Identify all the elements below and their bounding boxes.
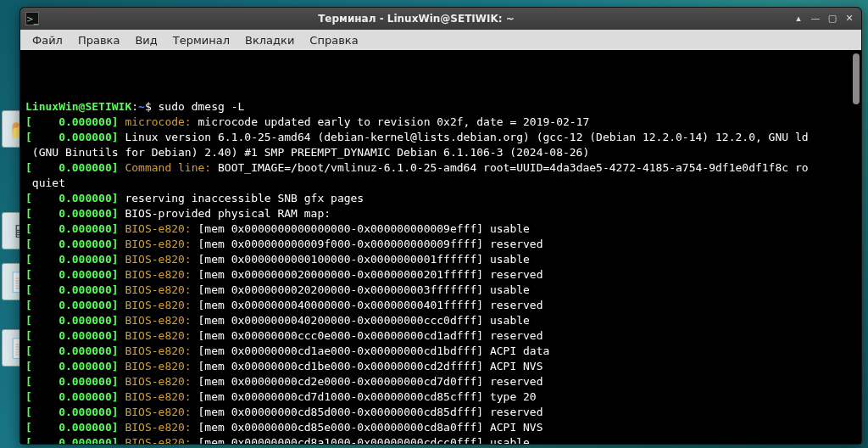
output-line: [ 0.000000] BIOS-e820: [mem 0x00000000cd… bbox=[25, 389, 856, 405]
menu-edit[interactable]: Правка bbox=[71, 32, 126, 48]
minimize-button[interactable]: — bbox=[809, 13, 822, 25]
scrollbar[interactable] bbox=[853, 53, 860, 104]
output-line: [ 0.000000] BIOS-e820: [mem 0x00000000cd… bbox=[25, 374, 856, 389]
terminal-window: >_ Терминал - LinuxWin@SETIWIK: ~ ▴ — ▢ … bbox=[19, 7, 862, 445]
output-line: [ 0.000000] BIOS-e820: [mem 0x00000000cd… bbox=[25, 405, 856, 420]
menu-tabs[interactable]: Вкладки bbox=[238, 32, 301, 48]
menu-help[interactable]: Справка bbox=[303, 32, 364, 48]
output-line: [ 0.000000] BIOS-provided physical RAM m… bbox=[25, 206, 856, 221]
output-line: [ 0.000000] BIOS-e820: [mem 0x0000000040… bbox=[25, 313, 856, 328]
terminal-icon: >_ bbox=[25, 12, 39, 25]
prompt-line: LinuxWin@SETIWIK:~$ sudo dmesg -L bbox=[25, 99, 856, 115]
output-line: [ 0.000000] BIOS-e820: [mem 0x00000000cc… bbox=[25, 328, 856, 344]
output-line: [ 0.000000] BIOS-e820: [mem 0x00000000cd… bbox=[25, 359, 856, 374]
output-line: [ 0.000000] BIOS-e820: [mem 0x00000000cd… bbox=[25, 435, 856, 444]
output-line: [ 0.000000] BIOS-e820: [mem 0x0000000000… bbox=[25, 221, 856, 237]
menu-file[interactable]: Файл bbox=[25, 32, 70, 48]
menu-view[interactable]: Вид bbox=[128, 32, 164, 48]
output-line: [ 0.000000] BIOS-e820: [mem 0x0000000000… bbox=[25, 252, 856, 267]
close-button[interactable]: ✕ bbox=[843, 13, 856, 25]
output-line: [ 0.000000] BIOS-e820: [mem 0x00000000cd… bbox=[25, 420, 856, 435]
rollup-button[interactable]: ▴ bbox=[792, 13, 805, 25]
terminal-output[interactable]: LinuxWin@SETIWIK:~$ sudo dmesg -L[ 0.000… bbox=[20, 50, 861, 444]
output-line: [ 0.000000] BIOS-e820: [mem 0x00000000cd… bbox=[25, 344, 856, 359]
window-titlebar[interactable]: >_ Терминал - LinuxWin@SETIWIK: ~ ▴ — ▢ … bbox=[20, 8, 861, 30]
output-line: [ 0.000000] Linux version 6.1.0-25-amd64… bbox=[25, 130, 856, 145]
output-line: [ 0.000000] BIOS-e820: [mem 0x0000000020… bbox=[25, 267, 856, 283]
output-line: [ 0.000000] Command line: BOOT_IMAGE=/bo… bbox=[25, 160, 856, 176]
menu-terminal[interactable]: Терминал bbox=[166, 32, 236, 48]
window-title: Терминал - LinuxWin@SETIWIK: ~ bbox=[44, 13, 788, 25]
output-line: [ 0.000000] microcode: microcode updated… bbox=[25, 115, 856, 130]
output-line: [ 0.000000] BIOS-e820: [mem 0x0000000020… bbox=[25, 283, 856, 298]
output-line: [ 0.000000] BIOS-e820: [mem 0x0000000040… bbox=[25, 298, 856, 313]
output-line: quiet bbox=[25, 176, 856, 191]
output-line: (GNU Binutils for Debian) 2.40) #1 SMP P… bbox=[25, 145, 856, 160]
maximize-button[interactable]: ▢ bbox=[826, 13, 839, 25]
output-line: [ 0.000000] reserving inaccessible SNB g… bbox=[25, 191, 856, 206]
menubar: Файл Правка Вид Терминал Вкладки Справка bbox=[20, 30, 861, 50]
output-line: [ 0.000000] BIOS-e820: [mem 0x0000000000… bbox=[25, 237, 856, 252]
